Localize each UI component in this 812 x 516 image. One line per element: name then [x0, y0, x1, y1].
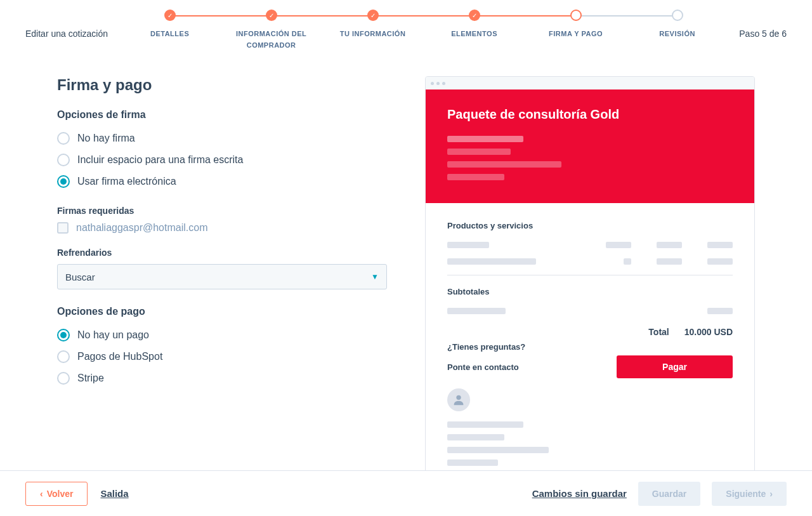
countersigners-select[interactable]: Buscar ▼ — [57, 264, 387, 289]
chevron-down-icon: ▼ — [371, 272, 379, 281]
radio-no-payment[interactable]: No hay un pago — [57, 329, 387, 341]
page-title: Firma y pago — [57, 76, 387, 94]
radio-label: Stripe — [77, 373, 104, 384]
signer-email: nathaliaggaspr@hotmail.com — [76, 222, 207, 234]
current-step-icon — [570, 10, 582, 21]
back-button[interactable]: ‹ Volver — [25, 482, 88, 506]
preview-header: Paquete de consultoría Gold — [426, 89, 754, 203]
edit-quote-title: Editar una cotización — [25, 29, 108, 39]
signature-radio-group: No hay firma Incluir espacio para una fi… — [57, 132, 387, 188]
step-details[interactable]: ✓ DETALLES — [119, 10, 221, 40]
preview-title: Paquete de consultoría Gold — [447, 107, 733, 122]
exit-link[interactable]: Salida — [100, 488, 128, 499]
pay-button[interactable]: Pagar — [617, 355, 733, 378]
radio-stripe[interactable]: Stripe — [57, 372, 387, 385]
check-icon: ✓ — [266, 10, 277, 21]
step-sign-pay[interactable]: FIRMA Y PAGO — [525, 10, 627, 40]
step-label: TU INFORMACIÓN — [340, 29, 406, 40]
step-review[interactable]: REVISIÓN — [627, 10, 728, 40]
radio-no-signature[interactable]: No hay firma — [57, 132, 387, 145]
radio-label: Incluir espacio para una firma escrita — [77, 154, 243, 166]
svg-point-0 — [456, 395, 461, 400]
required-signatures-label: Firmas requeridas — [57, 206, 387, 216]
radio-selected-icon — [57, 175, 70, 188]
next-button[interactable]: Siguiente › — [712, 482, 787, 506]
payment-radio-group: No hay un pago Pagos de HubSpot Stripe — [57, 329, 387, 385]
radio-hubspot-payments[interactable]: Pagos de HubSpot — [57, 350, 387, 363]
pending-step-icon — [672, 10, 683, 21]
step-label: FIRMA Y PAGO — [549, 29, 603, 40]
signature-options-heading: Opciones de firma — [57, 109, 387, 121]
quote-preview: Paquete de consultoría Gold Productos y … — [425, 76, 755, 506]
radio-written-signature[interactable]: Incluir espacio para una firma escrita — [57, 154, 387, 166]
step-label: DETALLES — [150, 29, 189, 40]
step-your-info[interactable]: ✓ TU INFORMACIÓN — [322, 10, 424, 40]
radio-selected-icon — [57, 329, 70, 341]
contact-text: Ponte en contacto — [447, 362, 519, 372]
avatar-icon — [447, 388, 470, 411]
payment-options-heading: Opciones de pago — [57, 306, 387, 317]
check-icon: ✓ — [367, 10, 379, 21]
radio-icon — [57, 132, 70, 145]
select-placeholder: Buscar — [65, 272, 95, 282]
radio-icon — [57, 350, 70, 363]
browser-chrome — [426, 77, 754, 89]
next-label: Siguiente — [726, 489, 766, 499]
radio-label: No hay un pago — [77, 329, 149, 341]
step-label: INFORMACIÓN DEL COMPRADOR — [227, 29, 316, 51]
chevron-right-icon: › — [769, 489, 773, 499]
save-button[interactable]: Guardar — [638, 482, 700, 506]
radio-electronic-signature[interactable]: Usar firma electrónica — [57, 175, 387, 188]
back-label: Volver — [47, 489, 74, 499]
chevron-left-icon: ‹ — [40, 489, 43, 499]
checkbox-icon[interactable] — [57, 222, 69, 234]
step-label: ELEMENTOS — [451, 29, 497, 40]
footer-bar: ‹ Volver Salida Cambios sin guardar Guar… — [0, 470, 812, 516]
total-value: 10.000 USD — [684, 327, 733, 337]
radio-label: Pagos de HubSpot — [77, 351, 162, 362]
unsaved-changes-text: Cambios sin guardar — [532, 488, 627, 499]
step-label: REVISIÓN — [659, 29, 695, 40]
radio-label: Usar firma electrónica — [77, 176, 176, 187]
step-elements[interactable]: ✓ ELEMENTOS — [424, 10, 525, 40]
step-count: Paso 5 de 6 — [739, 29, 787, 39]
questions-text: ¿Tienes preguntas? — [447, 342, 733, 352]
radio-icon — [57, 154, 70, 166]
required-signer-row[interactable]: nathaliaggaspr@hotmail.com — [57, 222, 387, 234]
products-heading: Productos y servicios — [447, 221, 733, 230]
radio-label: No hay firma — [77, 133, 135, 144]
countersigners-label: Refrendarios — [57, 248, 387, 258]
radio-icon — [57, 372, 70, 385]
subtotals-heading: Subtotales — [447, 287, 733, 296]
total-label: Total — [648, 327, 669, 337]
stepper: ✓ DETALLES ✓ INFORMACIÓN DEL COMPRADOR ✓… — [108, 10, 739, 51]
check-icon: ✓ — [469, 10, 480, 21]
check-icon: ✓ — [164, 10, 176, 21]
